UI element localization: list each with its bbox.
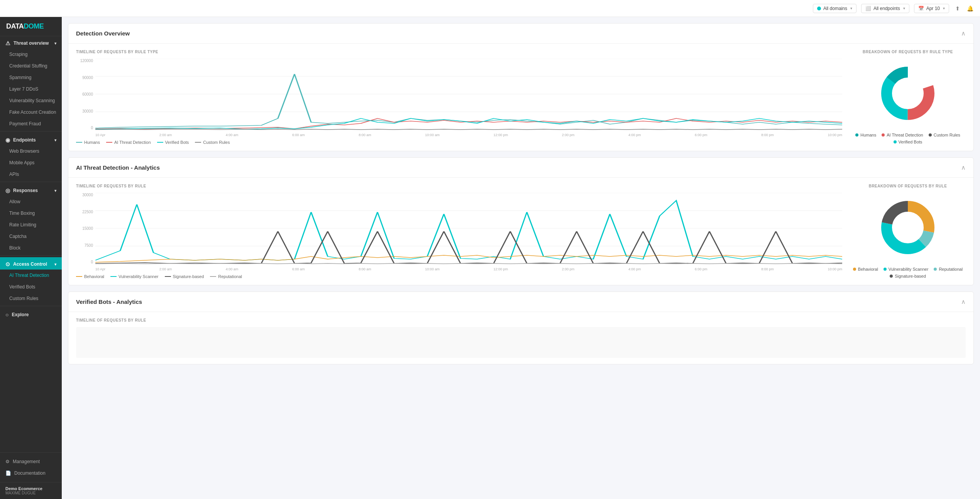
donut-legend: Humans AI Threat Detection Custom Rules <box>850 133 966 144</box>
ai-threat-dot <box>882 133 885 137</box>
custom-rules-dot <box>929 133 932 137</box>
humans-dot <box>855 133 858 137</box>
sidebar-item-label: Endpoints <box>13 137 36 143</box>
sidebar-item-endpoints[interactable]: ◉ Endpoints ▾ <box>0 133 62 145</box>
date-selector[interactable]: 📅 Apr 10 ▾ <box>914 4 949 13</box>
header: All domains ▾ ⬜ All endpoints ▾ 📅 Apr 10… <box>0 0 980 17</box>
documentation-icon: 📄 <box>5 470 11 476</box>
verified-bots-dot <box>894 140 897 143</box>
sidebar-item-scraping[interactable]: Scraping <box>0 49 62 60</box>
chevron-icon: ▾ <box>54 189 56 193</box>
endpoints-chevron-icon: ▾ <box>903 6 905 10</box>
warning-icon: ⚠ <box>5 40 10 46</box>
section-ai-threat-detection: AI Threat Detection - Analytics ∧ TIMELI… <box>68 157 974 285</box>
sidebar-item-vulnerability-scanning[interactable]: Vulnerability Scanning <box>0 95 62 106</box>
sidebar-item-spamming[interactable]: Spamming <box>0 72 62 83</box>
sidebar-item-captcha[interactable]: Captcha <box>0 231 62 242</box>
sidebar-item-rate-limiting[interactable]: Rate Limiting <box>0 219 62 231</box>
svg-point-9 <box>894 80 921 107</box>
sidebar-item-documentation[interactable]: 📄 Documentation <box>0 467 62 479</box>
timeline-label: TIMELINE OF REQUESTS BY RULE TYPE <box>76 50 842 54</box>
sidebar-item-layer7-ddos[interactable]: Layer 7 DDoS <box>0 83 62 95</box>
collapse-button[interactable]: ∧ <box>961 298 966 305</box>
sidebar-item-custom-rules[interactable]: Custom Rules <box>0 293 62 304</box>
domains-label: All domains <box>823 6 847 11</box>
sidebar-item-block[interactable]: Block <box>0 242 62 254</box>
sidebar-item-verified-bots[interactable]: Verified Bots <box>0 281 62 293</box>
sidebar-item-payment-fraud[interactable]: Payment Fraud <box>0 118 62 130</box>
sidebar-item-allow[interactable]: Allow <box>0 196 62 207</box>
sidebar-item-threat-overview[interactable]: ⚠ Threat overview ▾ <box>0 36 62 49</box>
ai-chart-legend: Behavioral Vulnerability Scanner Signatu… <box>76 274 842 279</box>
sidebar-item-mobile-apps[interactable]: Mobile Apps <box>0 157 62 169</box>
custom-rules-legend-line <box>195 142 201 143</box>
charts-row: TIMELINE OF REQUESTS BY RULE TYPE 120000… <box>68 44 973 151</box>
section-detection-overview: Detection Overview ∧ TIMELINE OF REQUEST… <box>68 23 974 151</box>
sidebar-item-web-browsers[interactable]: Web Browsers <box>0 145 62 157</box>
x-axis-labels-ai: 10 Apr 2:00 am 4:00 am 6:00 am 8:00 am 1… <box>95 267 842 271</box>
share-icon[interactable]: ⬆ <box>954 5 961 12</box>
access-control-icon: ⊙ <box>5 261 10 267</box>
sidebar-item-label: Explore <box>12 312 29 317</box>
charts-row: TIMELINE OF REQUESTS BY RULE 30000 22500… <box>68 178 973 285</box>
verified-bots-legend-line <box>157 142 163 143</box>
domains-selector[interactable]: All domains ▾ <box>813 4 856 13</box>
sidebar-item-label: Threat overview <box>14 40 49 46</box>
breakdown-label: BREAKDOWN OF REQUESTS BY RULE TYPE <box>863 50 953 54</box>
chevron-icon: ▾ <box>54 41 56 46</box>
timeline-svg <box>95 59 842 130</box>
user-company: Demo Ecommerce <box>5 486 56 491</box>
management-icon: ⚙ <box>5 459 10 464</box>
section-title: Detection Overview <box>76 30 130 37</box>
chart-legend: Humans AI Threat Detection Verified Bots <box>76 140 842 145</box>
sidebar-bottom: ⚙ Management 📄 Documentation <box>0 452 62 482</box>
endpoints-label: All endpoints <box>873 6 900 11</box>
verified-bots-placeholder: TIMELINE OF REQUESTS BY RULE <box>68 312 973 364</box>
timeline-chart-ai: TIMELINE OF REQUESTS BY RULE 30000 22500… <box>76 184 842 279</box>
breakdown-label-ai: BREAKDOWN OF REQUESTS BY RULE <box>869 184 947 188</box>
sidebar-item-explore[interactable]: ○ Explore <box>0 308 62 320</box>
sidebar-item-label: Access Control <box>13 261 47 267</box>
sidebar-item-time-boxing[interactable]: Time Boxing <box>0 207 62 219</box>
ai-threat-legend-line <box>106 142 112 143</box>
sidebar-item-apis[interactable]: APIs <box>0 169 62 180</box>
ai-timeline-svg <box>95 193 842 264</box>
collapse-button[interactable]: ∧ <box>961 164 966 171</box>
section-header: AI Threat Detection - Analytics ∧ <box>68 158 973 178</box>
main-content: Detection Overview ∧ TIMELINE OF REQUEST… <box>62 17 980 499</box>
breakdown-chart: BREAKDOWN OF REQUESTS BY RULE TYPE <box>850 50 966 145</box>
sidebar-item-fake-account[interactable]: Fake Account Creation <box>0 106 62 118</box>
chevron-icon: ▾ <box>54 138 56 142</box>
sidebar-item-ai-threat-detection[interactable]: AI Threat Detection <box>0 270 62 281</box>
date-label: Apr 10 <box>926 6 940 11</box>
breakdown-chart-ai: BREAKDOWN OF REQUESTS BY RULE <box>850 184 966 279</box>
timeline-chart: TIMELINE OF REQUESTS BY RULE TYPE 120000… <box>76 50 842 145</box>
bell-icon[interactable]: 🔔 <box>966 5 974 12</box>
x-axis-labels: 10 Apr 2:00 am 4:00 am 6:00 am 8:00 am 1… <box>95 133 842 137</box>
chevron-icon: ▾ <box>54 262 56 266</box>
user-section[interactable]: Demo Ecommerce MAXIME DUGUE <box>0 482 62 499</box>
sidebar: DATADOME ⚠ Threat overview ▾ Scraping Cr… <box>0 17 62 499</box>
timeline-label: TIMELINE OF REQUESTS BY RULE <box>76 184 842 188</box>
logo: DATADOME <box>0 17 62 36</box>
endpoints-selector[interactable]: ⬜ All endpoints ▾ <box>861 4 909 13</box>
donut-chart <box>877 62 939 124</box>
sidebar-nav: ⚠ Threat overview ▾ Scraping Credential … <box>0 36 62 452</box>
date-chevron-icon: ▾ <box>943 6 945 10</box>
responses-icon: ◎ <box>5 187 10 194</box>
sidebar-item-access-control[interactable]: ⊙ Access Control ▾ <box>0 257 62 270</box>
svg-point-19 <box>894 214 921 241</box>
sidebar-item-management[interactable]: ⚙ Management <box>0 456 62 467</box>
user-name: MAXIME DUGUE <box>5 491 56 495</box>
sidebar-item-credential-stuffing[interactable]: Credential Stuffing <box>0 60 62 72</box>
section-header: Verified Bots - Analytics ∧ <box>68 292 973 312</box>
domains-chevron-icon: ▾ <box>850 6 852 10</box>
section-title: Verified Bots - Analytics <box>76 298 142 305</box>
sidebar-item-label: Responses <box>13 188 38 193</box>
section-header: Detection Overview ∧ <box>68 24 973 44</box>
section-title: AI Threat Detection - Analytics <box>76 164 160 171</box>
donut-chart-ai <box>877 197 939 258</box>
sidebar-item-responses[interactable]: ◎ Responses ▾ <box>0 184 62 196</box>
collapse-button[interactable]: ∧ <box>961 30 966 37</box>
donut-legend-ai: Behavioral Vulnerability Scanner Reputat… <box>850 267 966 278</box>
